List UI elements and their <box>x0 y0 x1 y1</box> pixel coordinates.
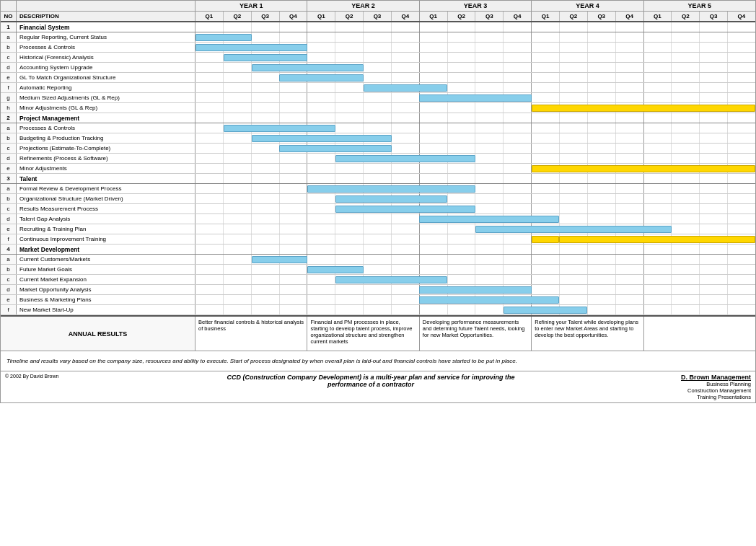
table-row: 4Market Development <box>1 245 755 255</box>
year-1-header: YEAR 1 <box>195 1 307 11</box>
annual-results-year3: Developing performance measurements and … <box>420 317 532 351</box>
row-no: e <box>1 73 17 82</box>
gantt-bar <box>335 206 475 213</box>
row-desc: GL To Match Organizational Structure <box>17 73 195 82</box>
row-desc: Recruiting & Training Plan <box>17 224 195 234</box>
row-desc: Talent <box>17 174 195 183</box>
gantt-area <box>195 174 755 183</box>
q-header-15: Q4 <box>616 12 644 21</box>
gantt-area <box>195 204 755 213</box>
col-desc-header: DESCRIPTION <box>17 12 195 21</box>
row-desc: Processes & Controls <box>17 123 195 133</box>
gantt-bar <box>307 266 364 273</box>
gantt-area <box>195 255 755 264</box>
gantt-area <box>195 305 755 314</box>
table-row: bOrganizational Structure (Market Driven… <box>1 194 755 204</box>
footer-center-line2: performance of a contractor <box>92 381 650 388</box>
table-row: eBusiness & Marketing Plans <box>1 295 755 305</box>
table-row: bProcesses & Controls <box>1 43 755 53</box>
gantt-area <box>195 113 755 123</box>
q-header-5: Q2 <box>335 12 364 21</box>
footer-sub1: Business Planning <box>650 381 751 387</box>
row-desc: Minor Adjustments (GL & Rep) <box>17 103 195 113</box>
gantt-bar <box>335 155 475 162</box>
row-no: c <box>1 53 17 62</box>
q-header-0: Q1 <box>195 12 224 21</box>
gantt-bar <box>195 44 307 51</box>
annual-results-year2: Financial and PM processes in place, sta… <box>307 317 419 351</box>
annual-results-year1: Better financial controls & historical a… <box>195 317 307 351</box>
footer: © 2002 By David Brown CCD (Construction … <box>1 371 755 402</box>
gantt-area <box>195 32 755 42</box>
row-no: f <box>1 83 17 92</box>
table-row: 2Project Management <box>1 113 755 123</box>
gantt-area <box>195 184 755 193</box>
row-desc: Results Measurement Process <box>17 204 195 213</box>
year-3-header: YEAR 3 <box>420 1 532 11</box>
gantt-area <box>195 164 755 173</box>
row-no: c <box>1 144 17 153</box>
row-no: a <box>1 184 17 193</box>
row-no: 4 <box>1 245 17 254</box>
footer-right: D. Brown Management Business Planning Co… <box>650 374 751 400</box>
row-no: e <box>1 224 17 234</box>
table-row: aFormal Review & Development Process <box>1 184 755 194</box>
table-row: gMedium Sized Adjustments (GL & Rep) <box>1 93 755 103</box>
row-no: d <box>1 154 17 163</box>
annual-results-year5 <box>644 317 755 351</box>
row-no: c <box>1 204 17 213</box>
q-header-7: Q4 <box>392 12 420 21</box>
table-row: dAccounting System Upgrade <box>1 63 755 73</box>
gantt-bar <box>279 145 391 152</box>
gantt-bar <box>364 84 447 92</box>
gantt-bar <box>475 226 672 233</box>
gantt-area <box>195 285 755 294</box>
row-desc: Current Customers/Markets <box>17 255 195 264</box>
row-no: b <box>1 133 17 143</box>
gantt-area <box>195 133 755 143</box>
gantt-bar <box>195 34 252 41</box>
table-row: bFuture Market Goals <box>1 265 755 275</box>
row-no: a <box>1 32 17 42</box>
table-row: cResults Measurement Process <box>1 204 755 214</box>
gantt-bar <box>335 276 447 283</box>
col-no-header: NO <box>1 12 17 21</box>
gantt-bar <box>419 286 531 294</box>
gantt-chart: YEAR 1 YEAR 2 YEAR 3 YEAR 4 YEAR 5 NO DE… <box>0 0 756 403</box>
row-no: e <box>1 295 17 304</box>
table-row: aProcesses & Controls <box>1 123 755 133</box>
table-row: dMarket Opportunity Analysis <box>1 285 755 295</box>
year-5-header: YEAR 5 <box>644 1 755 11</box>
annual-results-section: ANNUAL RESULTS Better financial controls… <box>1 315 755 351</box>
table-row: eMinor Adjustments <box>1 164 755 174</box>
row-desc: Accounting System Upgrade <box>17 63 195 72</box>
year-4-header: YEAR 4 <box>532 1 643 11</box>
q-header-1: Q2 <box>224 12 252 21</box>
row-desc: Current Market Expansion <box>17 275 195 284</box>
table-row: cProjections (Estimate-To-Complete) <box>1 144 755 154</box>
row-no: 2 <box>1 113 17 123</box>
q-header-2: Q3 <box>252 12 280 21</box>
row-no: d <box>1 285 17 294</box>
row-desc: Market Opportunity Analysis <box>17 285 195 294</box>
gantt-bar <box>419 94 531 102</box>
gantt-bar <box>252 135 392 142</box>
gantt-area <box>195 265 755 274</box>
gantt-area <box>195 224 755 234</box>
gantt-area <box>195 123 755 133</box>
gantt-area <box>195 194 755 203</box>
q-header-6: Q3 <box>364 12 392 21</box>
q-header-4: Q1 <box>307 12 335 21</box>
row-desc: Project Management <box>17 113 195 123</box>
gantt-rows: 1Financial SystemaRegular Reporting, Cur… <box>1 22 755 315</box>
table-row: fAutomatic Reporting <box>1 83 755 93</box>
table-row: dRefinements (Process & Software) <box>1 154 755 164</box>
row-desc: Processes & Controls <box>17 43 195 52</box>
table-row: cCurrent Market Expansion <box>1 275 755 285</box>
gantt-bar <box>532 236 560 243</box>
row-no: 3 <box>1 174 17 183</box>
gantt-bar <box>279 74 363 82</box>
gantt-area <box>195 144 755 153</box>
gantt-bar <box>419 216 559 223</box>
gantt-bar <box>307 185 475 193</box>
